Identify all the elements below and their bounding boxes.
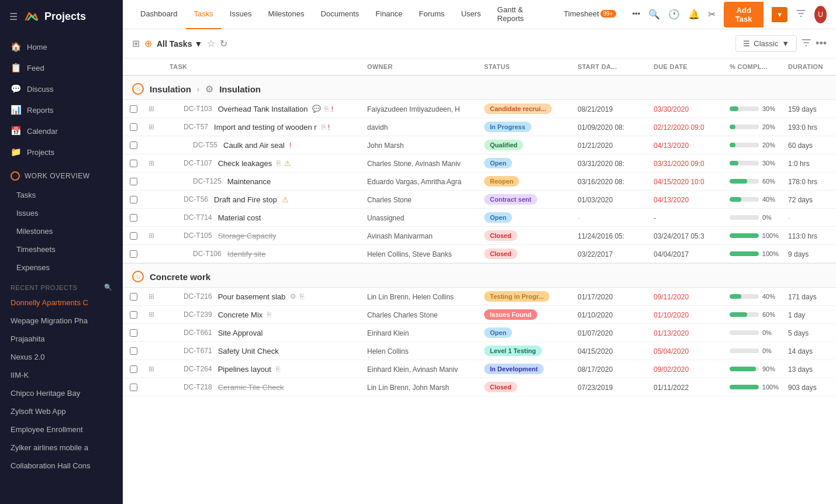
sidebar-work-issues[interactable]: Issues xyxy=(0,204,123,222)
row-expand[interactable]: ⊞ xyxy=(144,292,165,301)
search-icon[interactable]: 🔍 xyxy=(648,9,660,20)
status-cell: Level 1 Testing xyxy=(479,346,573,356)
sidebar-work-timesheets[interactable]: Timesheets xyxy=(0,240,123,258)
nav-forums[interactable]: Forums xyxy=(411,0,453,29)
progress-cell: 30% xyxy=(725,105,783,112)
recent-project-donnelly[interactable]: Donnelly Apartments C xyxy=(0,294,123,312)
copy-icon[interactable]: ⎘ xyxy=(322,123,326,131)
bell-icon[interactable]: 🔔 xyxy=(688,9,700,20)
progress-cell: 60% xyxy=(725,311,783,318)
row-expand[interactable]: ⊞ xyxy=(144,310,165,319)
progress-cell: 40% xyxy=(725,293,783,300)
row-checkbox[interactable] xyxy=(123,123,144,131)
recent-project-iimk[interactable]: IIM-K xyxy=(0,366,123,384)
recent-project-chipco[interactable]: Chipco Heritage Bay xyxy=(0,384,123,402)
row-expand[interactable]: ⊞ xyxy=(144,365,165,373)
recent-project-zylker[interactable]: Zylker airlines mobile a xyxy=(0,439,123,457)
row-expand[interactable]: ⊞ xyxy=(144,123,165,131)
row-checkbox[interactable] xyxy=(123,232,144,240)
task-name-cell: DC-T239 Concrete Mix ⎘ xyxy=(165,310,362,319)
row-checkbox[interactable] xyxy=(123,384,144,391)
nav-documents[interactable]: Documents xyxy=(313,0,368,29)
add-task-arrow-button[interactable]: ▼ xyxy=(772,7,787,22)
row-checkbox[interactable] xyxy=(123,347,144,355)
sidebar-item-home[interactable]: 🏠 Home xyxy=(0,36,123,57)
sidebar-work-milestones[interactable]: Milestones xyxy=(0,222,123,240)
section-circle-icon-2[interactable]: ○ xyxy=(132,271,144,282)
section-circle-icon[interactable]: ○ xyxy=(132,83,144,95)
row-checkbox[interactable] xyxy=(123,365,144,373)
sidebar-work-tasks[interactable]: Tasks xyxy=(0,186,123,204)
recent-project-zylsoft[interactable]: Zylsoft Web App xyxy=(0,402,123,420)
row-expand[interactable]: ⊞ xyxy=(144,232,165,240)
chat-icon[interactable]: 💬 xyxy=(312,105,321,113)
nav-timesheet[interactable]: Timesheet 99+ xyxy=(555,0,624,29)
star-icon[interactable]: ☆ xyxy=(207,38,215,49)
start-date-cell: 01/07/2020 xyxy=(573,329,649,337)
copy-to-icon[interactable]: ⊞ xyxy=(132,38,140,49)
expand-icon[interactable]: ⊕ xyxy=(144,38,152,49)
nav-gantt[interactable]: Gantt & Reports xyxy=(489,0,556,29)
row-expand[interactable]: ⊞ xyxy=(144,159,165,167)
settings-icon[interactable]: ✂ xyxy=(708,9,716,20)
duration-cell: 159 days xyxy=(783,105,836,113)
due-date-cell: 09/11/2020 xyxy=(649,292,725,301)
copy-icon[interactable]: ⎘ xyxy=(300,292,304,301)
sidebar-item-calendar[interactable]: 📅 Calendar xyxy=(0,120,123,141)
nav-tasks[interactable]: Tasks xyxy=(186,0,222,29)
nav-users[interactable]: Users xyxy=(453,0,489,29)
copy-icon[interactable]: ⎘ xyxy=(276,365,280,373)
row-checkbox[interactable] xyxy=(123,214,144,222)
all-tasks-dropdown[interactable]: All Tasks ▼ xyxy=(157,39,202,49)
row-checkbox[interactable] xyxy=(123,141,144,149)
nav-milestones[interactable]: Milestones xyxy=(260,0,312,29)
hamburger-icon[interactable]: ☰ xyxy=(9,11,18,22)
classic-view-button[interactable]: ☰ Classic ▼ xyxy=(735,35,797,52)
sidebar-home-label: Home xyxy=(27,43,47,51)
nav-dashboard[interactable]: Dashboard xyxy=(132,0,186,29)
duration-cell: 1:0 hrs xyxy=(783,159,836,168)
copy-icon[interactable]: ⎘ xyxy=(267,310,271,319)
recent-project-wepage[interactable]: Wepage Migration Pha xyxy=(0,312,123,330)
clock-icon[interactable]: 🕐 xyxy=(668,9,680,20)
owner-cell: Lin Lin Brenn, Helen Collins xyxy=(362,292,479,301)
section-arrow-icon: › xyxy=(197,85,199,94)
recent-search-icon[interactable]: 🔍 xyxy=(104,284,113,291)
sidebar-item-discuss[interactable]: 💬 Discuss xyxy=(0,78,123,99)
add-task-button[interactable]: Add Task xyxy=(724,2,764,27)
row-checkbox[interactable] xyxy=(123,250,144,258)
nav-finance[interactable]: Finance xyxy=(367,0,410,29)
sidebar-work-expenses[interactable]: Expenses xyxy=(0,258,123,277)
recent-projects-header: RECENT PROJECTS 🔍 xyxy=(0,277,123,294)
row-checkbox[interactable] xyxy=(123,311,144,319)
owner-cell: Einhard Klein xyxy=(362,329,479,337)
more-options-icon[interactable]: ••• xyxy=(816,37,827,50)
sidebar-item-projects[interactable]: 📁 Projects xyxy=(0,141,123,163)
sidebar-item-reports[interactable]: 📊 Reports xyxy=(0,99,123,120)
sidebar-item-feed[interactable]: 📋 Feed xyxy=(0,57,123,78)
work-overview-section: WORK OVERVIEW xyxy=(0,166,123,186)
nav-issues[interactable]: Issues xyxy=(222,0,260,29)
table-row: ⊞ DC-T264 Pipelines layout ⎘ Einhard Kle… xyxy=(123,360,836,378)
row-checkbox[interactable] xyxy=(123,160,144,167)
recent-project-nexus[interactable]: Nexus 2.0 xyxy=(0,348,123,366)
copy-icon[interactable]: ⎘ xyxy=(324,105,329,113)
row-checkbox[interactable] xyxy=(123,293,144,301)
row-checkbox[interactable] xyxy=(123,329,144,337)
recent-project-collab[interactable]: Collaboration Hall Cons xyxy=(0,457,123,475)
filter-icon[interactable] xyxy=(796,8,806,21)
gear-icon-sm[interactable]: ⚙ xyxy=(290,292,296,301)
row-expand[interactable]: ⊞ xyxy=(144,105,165,113)
row-checkbox[interactable] xyxy=(123,105,144,113)
due-date-cell: 04/13/2020 xyxy=(649,141,725,150)
user-avatar[interactable]: U xyxy=(814,6,827,23)
nav-more[interactable]: ••• xyxy=(624,0,649,29)
refresh-icon[interactable]: ↻ xyxy=(220,38,227,49)
row-checkbox[interactable] xyxy=(123,196,144,203)
recent-project-prajaahita[interactable]: Prajaahita xyxy=(0,330,123,348)
copy-icon[interactable]: ⎘ xyxy=(277,159,281,167)
sidebar-reports-label: Reports xyxy=(27,106,54,115)
table-filter-icon[interactable] xyxy=(802,38,811,50)
recent-project-employee[interactable]: Employee Enrollment xyxy=(0,420,123,439)
row-checkbox[interactable] xyxy=(123,178,144,185)
